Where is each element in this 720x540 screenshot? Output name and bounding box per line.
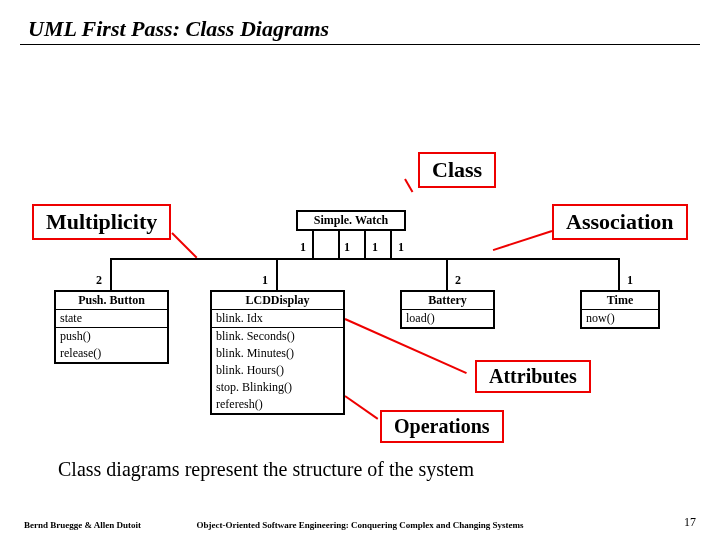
mult-bat: 2 <box>455 273 461 288</box>
mult-pb: 2 <box>96 273 102 288</box>
class-attr: state <box>56 310 167 328</box>
assoc-trunk <box>110 258 620 260</box>
mult-lcd: 1 <box>262 273 268 288</box>
leader-multiplicity <box>171 232 197 258</box>
leader-operations <box>344 395 378 420</box>
mult-sw-bat: 1 <box>372 240 378 255</box>
annotation-multiplicity: Multiplicity <box>32 204 171 240</box>
annotation-attributes: Attributes <box>475 360 591 393</box>
class-name: Time <box>582 292 658 310</box>
mult-sw-pb: 1 <box>300 240 306 255</box>
class-op: release() <box>56 345 167 362</box>
class-op: blink. Minutes() <box>212 345 343 362</box>
class-op: stop. Blinking() <box>212 379 343 396</box>
class-op: referesh() <box>212 396 343 413</box>
footer-page-number: 17 <box>684 515 696 530</box>
annotation-class: Class <box>418 152 496 188</box>
leader-association <box>493 230 553 251</box>
mult-sw-time: 1 <box>398 240 404 255</box>
annotation-association: Association <box>552 204 688 240</box>
class-op: blink. Hours() <box>212 362 343 379</box>
assoc-sw-drop2 <box>338 228 340 258</box>
assoc-bat <box>446 258 448 290</box>
title-underline <box>20 44 700 45</box>
class-time: Time now() <box>580 290 660 329</box>
class-op: load() <box>402 310 493 327</box>
class-op: now() <box>582 310 658 327</box>
class-op: blink. Seconds() <box>212 328 343 345</box>
assoc-sw-drop1 <box>312 228 314 258</box>
class-attr: blink. Idx <box>212 310 343 328</box>
assoc-lcd <box>276 258 278 290</box>
slide-caption: Class diagrams represent the structure o… <box>58 458 474 481</box>
class-pushbutton: Push. Button state push() release() <box>54 290 169 364</box>
class-lcddisplay: LCDDisplay blink. Idx blink. Seconds() b… <box>210 290 345 415</box>
slide-title: UML First Pass: Class Diagrams <box>28 16 329 42</box>
assoc-sw-drop4 <box>390 228 392 258</box>
class-name: Push. Button <box>56 292 167 310</box>
class-name: Battery <box>402 292 493 310</box>
class-battery: Battery load() <box>400 290 495 329</box>
footer-book-title: Object-Oriented Software Engineering: Co… <box>0 520 720 530</box>
class-op: push() <box>56 328 167 345</box>
class-name: Simple. Watch <box>298 212 404 229</box>
assoc-pb <box>110 258 112 290</box>
class-simplewatch: Simple. Watch <box>296 210 406 231</box>
assoc-time <box>618 258 620 290</box>
mult-sw-lcd: 1 <box>344 240 350 255</box>
leader-class <box>404 179 413 193</box>
mult-time: 1 <box>627 273 633 288</box>
assoc-sw-drop3 <box>364 228 366 258</box>
class-name: LCDDisplay <box>212 292 343 310</box>
annotation-operations: Operations <box>380 410 504 443</box>
